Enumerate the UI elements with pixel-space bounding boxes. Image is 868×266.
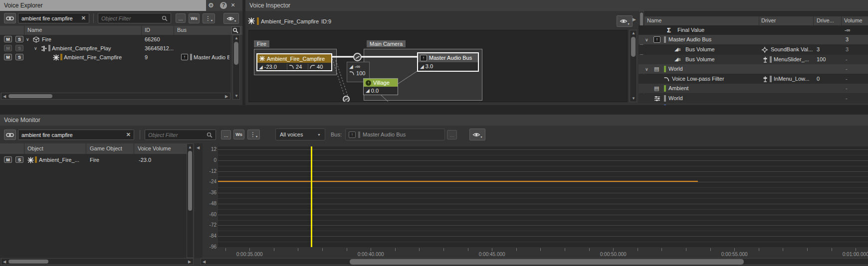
- mute-toggle[interactable]: M: [4, 54, 12, 60]
- scrollbar-thumb[interactable]: [631, 37, 636, 57]
- search-input[interactable]: ambient fire campfire ✕: [18, 13, 89, 23]
- solo-toggle[interactable]: S: [15, 54, 23, 60]
- scroll-right-icon[interactable]: ▶: [225, 94, 228, 99]
- scroll-left-icon[interactable]: ◀: [203, 260, 206, 265]
- filter-options-button[interactable]: ...: [221, 130, 231, 139]
- scrollbar-thumb[interactable]: [8, 94, 52, 98]
- visibility-button[interactable]: ▾: [617, 15, 633, 27]
- driver-row-ambient-state[interactable]: ▤ Ambient -: [639, 84, 868, 93]
- bus-volume-icon: ◢B: [674, 56, 680, 62]
- voice-node-master-bus[interactable]: ↑ Master Audio Bus ◢ 3.0: [417, 52, 479, 72]
- voice-graph-canvas[interactable]: Fire Main Camera Ambient_Fire_Campfire ◢…: [248, 30, 628, 102]
- timeline-tick: [274, 248, 274, 251]
- inspector-vertical-scrollbar[interactable]: ▲ ▼: [630, 30, 637, 102]
- explorer-horizontal-scrollbar[interactable]: ◀ ▶: [1, 93, 230, 100]
- help-icon[interactable]: ?: [220, 2, 227, 9]
- expander-icon[interactable]: ∨: [34, 46, 37, 51]
- driver-row-bus-volume-1[interactable]: ◢B Bus Volume SoundBank Val... 3 3: [639, 45, 868, 54]
- tree-row-event[interactable]: M S ∨ Ambient_Campfire_Play 36645812...: [0, 44, 230, 53]
- menu-button[interactable]: ⋮▾: [203, 13, 215, 23]
- tree-row-fire[interactable]: M S ∨ Fire 66260: [0, 35, 230, 44]
- mute-toggle[interactable]: M: [4, 45, 12, 51]
- gear-icon[interactable]: ⚙: [208, 1, 214, 9]
- object-filter-placeholder: Object Filter: [101, 15, 131, 21]
- tree-search-button[interactable]: [231, 26, 240, 34]
- column-name[interactable]: Name: [27, 27, 42, 33]
- close-icon[interactable]: ×: [231, 1, 235, 9]
- gridline-major: [218, 215, 868, 215]
- bus-color-bar: [358, 132, 360, 138]
- gain-connector-icon[interactable]: [353, 53, 362, 61]
- gridline-major: [218, 160, 868, 161]
- lpf-curve-icon: [663, 77, 670, 82]
- solo-toggle[interactable]: S: [15, 45, 23, 51]
- driver-row-cutoff[interactable]: [639, 103, 868, 105]
- column-drive[interactable]: Drive...: [817, 17, 834, 23]
- volume-value: 3: [846, 36, 849, 42]
- chevron-down-icon: ▾: [628, 22, 629, 25]
- column-bus[interactable]: Bus: [177, 27, 187, 33]
- link-indicator-button[interactable]: [4, 13, 16, 23]
- timeline-tick: [565, 248, 565, 251]
- driver-row-bus-volume-2[interactable]: ◢B Bus Volume MenuSlider_... 100 -: [639, 55, 868, 64]
- column-volume[interactable]: Volume: [844, 17, 863, 23]
- scrollbar-thumb[interactable]: [350, 259, 744, 265]
- visibility-button[interactable]: ▾: [469, 129, 485, 140]
- explorer-tree: M S ∨ Fire 66260 M S ∨ Ambient_Campfire_…: [0, 35, 230, 93]
- volume-value: -: [846, 85, 848, 91]
- bus-filter-field[interactable]: ↑ Master Audio Bus: [345, 129, 445, 140]
- playhead-cursor[interactable]: [311, 146, 312, 247]
- workgroup-sync-button[interactable]: Ws: [189, 13, 200, 23]
- solo-toggle[interactable]: S: [15, 36, 23, 42]
- scroll-down-icon[interactable]: ▼: [234, 94, 238, 99]
- graph-horizontal-scrollbar[interactable]: ◀: [201, 258, 868, 265]
- expander-icon[interactable]: ∨: [645, 37, 649, 42]
- scrollbar-thumb[interactable]: [234, 42, 238, 65]
- tree-row-sound[interactable]: M S Ambient_Fire_Campfire 9 ↑ Master Aud…: [0, 53, 230, 62]
- column-driver[interactable]: Driver: [761, 17, 776, 23]
- column-name[interactable]: Name: [647, 17, 661, 23]
- timeline-ruler[interactable]: 0:00:35.0000:00:40.0000:00:45.0000:00:50…: [218, 247, 868, 258]
- send-connector-icon[interactable]: [343, 96, 350, 102]
- clear-search-icon[interactable]: ✕: [81, 15, 86, 21]
- driver-row-world-switch[interactable]: World -: [639, 94, 868, 103]
- voices-filter-select[interactable]: All voices ▼: [275, 129, 325, 140]
- y-axis-label: -48: [199, 201, 217, 206]
- node-label: Village: [373, 80, 390, 86]
- voice-inspector-title: Voice Inspector: [249, 2, 290, 9]
- workgroup-sync-button[interactable]: Ws: [233, 130, 244, 139]
- object-filter-input[interactable]: Object Filter: [98, 13, 171, 23]
- volume-graph-plot[interactable]: [218, 146, 868, 247]
- driver-name: Bus Volume: [685, 56, 715, 62]
- mute-toggle[interactable]: M: [4, 36, 12, 42]
- chevron-down-icon: ▼: [317, 133, 321, 136]
- ws-badge: Ws: [235, 132, 242, 137]
- game-object-icon: ↑: [366, 80, 371, 86]
- expander-icon[interactable]: ∨: [26, 37, 29, 42]
- timeline-tick: [395, 248, 396, 251]
- state-group-icon: ▤: [654, 66, 659, 72]
- color-bar: [664, 66, 666, 72]
- scroll-up-icon[interactable]: ▲: [234, 36, 238, 41]
- bus-browse-button[interactable]: ...: [447, 130, 457, 139]
- menu-button[interactable]: ⋮▾: [247, 130, 260, 139]
- explorer-vertical-scrollbar[interactable]: ▲ ▼: [232, 35, 240, 100]
- timeline-label: 0:00:35.000: [227, 252, 272, 257]
- column-id[interactable]: ID: [145, 27, 150, 33]
- scroll-down-icon[interactable]: ▼: [632, 96, 636, 101]
- driver-row-voice-lpf[interactable]: Voice Low-pass Filter InMenu_Low... 0 -: [639, 74, 868, 84]
- scroll-up-icon[interactable]: ▲: [632, 31, 636, 36]
- driver-row-world-state[interactable]: ∨ ▤ World -: [639, 64, 868, 74]
- voice-node-source[interactable]: Ambient_Fire_Campfire ◢ -23.0 24 40: [256, 53, 332, 71]
- scroll-left-icon[interactable]: ◀: [3, 94, 6, 99]
- filter-options-button[interactable]: ...: [176, 13, 186, 23]
- visibility-button[interactable]: ▾: [223, 13, 239, 24]
- driver-row-final-value[interactable]: Σ Final Value -∞: [639, 25, 868, 35]
- vertical-dots-icon: ⋮: [205, 15, 211, 22]
- collapse-right-icon[interactable]: ▶: [633, 17, 636, 22]
- voice-explorer-tab[interactable]: Voice Explorer: [0, 0, 206, 11]
- color-bar: [770, 56, 772, 63]
- expander-icon[interactable]: ∨: [645, 67, 649, 72]
- voice-node-village[interactable]: ↑ Village ◢ 0.0: [363, 78, 398, 95]
- driver-row-master-bus[interactable]: ∨ ↑ Master Audio Bus 3: [639, 35, 868, 44]
